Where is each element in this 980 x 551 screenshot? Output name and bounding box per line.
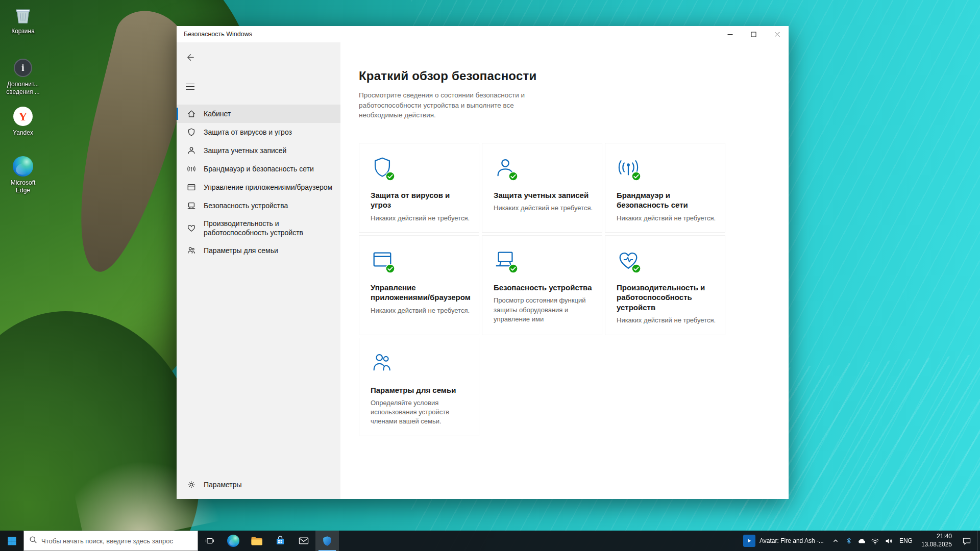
status-ok-badge xyxy=(631,171,641,181)
show-desktop-button[interactable] xyxy=(977,531,980,551)
network-icon xyxy=(187,164,196,173)
card-device-performance-health[interactable]: Производительность и работоспособность у… xyxy=(605,235,725,335)
taskbar-search[interactable] xyxy=(23,531,198,551)
card-status: Никаких действий не требуется. xyxy=(371,214,472,223)
card-title: Управление приложениями/браузером xyxy=(371,283,472,303)
main-content: Краткий обзор безопасности Просмотрите с… xyxy=(340,42,789,499)
card-status: Определяйте условия использования устрой… xyxy=(371,398,472,427)
wifi-icon[interactable] xyxy=(869,531,882,551)
taskbar-clock[interactable]: 21:40 13.08.2025 xyxy=(917,533,957,548)
shield-icon xyxy=(187,128,196,137)
play-icon xyxy=(743,535,755,547)
family-icon xyxy=(371,350,398,379)
card-status: Просмотр состояния функций защиты оборуд… xyxy=(494,296,595,324)
gear-icon xyxy=(187,480,196,489)
card-title: Параметры для семьи xyxy=(371,385,472,395)
taskbar-store-button[interactable] xyxy=(268,531,292,551)
desktop-icon-microsoft-edge[interactable]: Microsoft Edge xyxy=(1,156,45,194)
desktop-icon-yandex[interactable]: Y Yandex xyxy=(1,106,45,137)
sidebar-item-label: Защита от вирусов и угроз xyxy=(204,128,292,137)
menu-button[interactable] xyxy=(182,79,198,94)
back-button[interactable] xyxy=(182,49,198,65)
status-ok-badge xyxy=(631,264,641,273)
desktop-icon-recycle-bin[interactable]: Корзина xyxy=(1,4,45,35)
sidebar-item-firewall-network[interactable]: Брандмауэр и безопасность сети xyxy=(177,160,340,178)
window-titlebar[interactable]: Безопасность Windows xyxy=(177,26,789,42)
card-device-security[interactable]: Безопасность устройства Просмотр состоян… xyxy=(482,235,602,335)
store-bag-icon xyxy=(275,535,286,546)
start-button[interactable] xyxy=(0,531,23,551)
taskbar: Avatar: Fire and Ash -... ENG 21:40 13.0… xyxy=(0,531,980,551)
sidebar-item-account-protection[interactable]: Защита учетных записей xyxy=(177,141,340,160)
action-center-button[interactable] xyxy=(957,537,977,545)
edge-icon xyxy=(13,156,33,177)
card-account-protection[interactable]: Защита учетных записей Никаких действий … xyxy=(482,143,602,233)
onedrive-cloud-icon[interactable] xyxy=(855,531,869,551)
family-icon xyxy=(187,246,196,255)
minimize-button[interactable] xyxy=(718,26,742,42)
card-status: Никаких действий не требуется. xyxy=(617,214,718,223)
card-virus-threat-protection[interactable]: Защита от вирусов и угроз Никаких действ… xyxy=(359,143,479,233)
recycle-bin-icon xyxy=(13,4,33,26)
sidebar-item-device-performance-health[interactable]: Производительность и работоспособность у… xyxy=(177,215,340,241)
sidebar-item-label: Защита учетных записей xyxy=(204,146,286,155)
sidebar-item-label: Производительность и работоспособность у… xyxy=(204,219,333,237)
page-title: Краткий обзор безопасности xyxy=(359,69,789,83)
status-ok-badge xyxy=(385,264,395,273)
card-status: Никаких действий не требуется. xyxy=(371,306,472,315)
security-cards-grid: Защита от вирусов и угроз Никаких действ… xyxy=(359,143,789,436)
sidebar-item-label: Параметры xyxy=(204,480,242,489)
status-ok-badge xyxy=(385,171,395,181)
sidebar-item-home[interactable]: Кабинет xyxy=(177,105,340,123)
taskbar-right-cluster: Avatar: Fire and Ash -... ENG 21:40 13.0… xyxy=(738,531,980,551)
action-center-icon xyxy=(962,537,971,545)
person-icon xyxy=(187,146,196,155)
maximize-button[interactable] xyxy=(742,26,765,42)
desktop-icon-label: Microsoft Edge xyxy=(11,179,36,194)
shield-check-icon xyxy=(371,156,398,184)
sidebar-item-label: Управление приложениями/браузером xyxy=(204,183,332,192)
desktop-icon-additional-info[interactable]: i Дополнит... сведения ... xyxy=(1,57,45,96)
task-view-button[interactable] xyxy=(198,531,222,551)
windows-security-window: Безопасность Windows xyxy=(177,26,789,499)
person-check-icon xyxy=(494,156,521,184)
taskbar-mail-button[interactable] xyxy=(292,531,315,551)
sidebar-nav: Кабинет Защита от вирусов и угроз Защита… xyxy=(177,105,340,260)
app-window-check-icon xyxy=(371,248,398,277)
card-title: Защита от вирусов и угроз xyxy=(371,190,472,210)
bluetooth-icon[interactable] xyxy=(842,531,855,551)
sidebar-item-family-options[interactable]: Параметры для семьи xyxy=(177,241,340,260)
taskbar-windows-security-button[interactable] xyxy=(315,531,339,551)
laptop-icon xyxy=(187,201,196,210)
hidden-icons-chevron[interactable] xyxy=(829,531,842,551)
volume-icon[interactable] xyxy=(882,531,895,551)
search-input[interactable] xyxy=(41,537,192,545)
taskbar-edge-button[interactable] xyxy=(222,531,245,551)
taskbar-file-explorer-button[interactable] xyxy=(245,531,268,551)
media-title: Avatar: Fire and Ash -... xyxy=(760,537,824,544)
page-subtitle: Просмотрите сведения о состоянии безопас… xyxy=(359,90,559,120)
task-view-icon xyxy=(205,536,215,545)
sidebar-item-label: Безопасность устройства xyxy=(204,201,288,210)
language-indicator[interactable]: ENG xyxy=(895,531,917,551)
sidebar-item-label: Брандмауэр и безопасность сети xyxy=(204,164,314,173)
card-firewall-network-protection[interactable]: Брандмауэр и безопасность сети Никаких д… xyxy=(605,143,725,233)
card-family-options[interactable]: Параметры для семьи Определяйте условия … xyxy=(359,338,479,436)
window-body: Кабинет Защита от вирусов и угроз Защита… xyxy=(177,42,789,499)
heart-check-icon xyxy=(617,248,644,277)
windows-logo-icon xyxy=(7,536,17,546)
sidebar: Кабинет Защита от вирусов и угроз Защита… xyxy=(177,42,340,499)
window-title: Безопасность Windows xyxy=(177,31,252,38)
search-icon xyxy=(29,536,37,546)
close-button[interactable] xyxy=(765,26,789,42)
sidebar-item-device-security[interactable]: Безопасность устройства xyxy=(177,196,340,215)
media-control[interactable]: Avatar: Fire and Ash -... xyxy=(738,535,829,547)
sidebar-item-app-browser-control[interactable]: Управление приложениями/браузером xyxy=(177,178,340,196)
status-ok-badge xyxy=(508,264,518,273)
sidebar-item-settings[interactable]: Параметры xyxy=(177,475,340,494)
security-shield-icon xyxy=(322,535,333,546)
sidebar-item-virus-protection[interactable]: Защита от вирусов и угроз xyxy=(177,123,340,141)
window-controls xyxy=(718,26,789,42)
card-app-browser-control[interactable]: Управление приложениями/браузером Никаки… xyxy=(359,235,479,335)
heart-icon xyxy=(187,223,196,233)
